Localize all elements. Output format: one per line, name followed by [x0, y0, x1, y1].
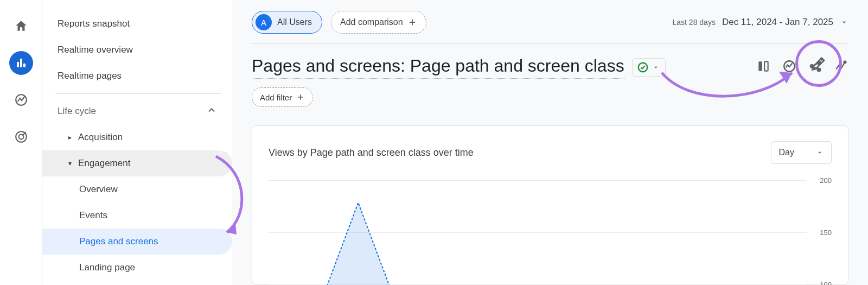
svg-rect-0	[17, 62, 19, 67]
nav-label: Overview	[79, 184, 118, 195]
sidebar-item-realtime-overview[interactable]: Realtime overview	[42, 37, 232, 63]
sidebar-group-life-cycle[interactable]: Life cycle	[42, 98, 232, 124]
main: A All Users Add comparison Last 28 days …	[232, 0, 868, 285]
segment-label: All Users	[277, 17, 312, 27]
explore-icon[interactable]	[9, 88, 33, 112]
sidebar: Reports snapshot Realtime overview Realt…	[42, 0, 232, 285]
chart-title: Views by Page path and screen class over…	[269, 147, 474, 159]
add-filter-label: Add filter	[260, 93, 292, 102]
plus-icon	[407, 17, 417, 27]
y-tick: 150	[820, 229, 832, 237]
sidebar-item-acquisition[interactable]: ▸ Acquisition	[42, 124, 232, 150]
date-range-picker[interactable]: Last 28 days Dec 11, 2024 - Jan 7, 2025	[673, 17, 848, 28]
group-label: Life cycle	[58, 106, 96, 117]
collapse-caret-icon: ▾	[68, 160, 78, 167]
page-title[interactable]: Pages and screens: Page path and screen …	[252, 56, 624, 79]
nav-label: Landing page	[79, 262, 135, 273]
chart-card: Views by Page path and screen class over…	[252, 125, 848, 285]
icon-rail	[0, 0, 42, 285]
segment-all-users[interactable]: A All Users	[252, 11, 322, 34]
divider	[55, 93, 221, 94]
svg-rect-2	[23, 64, 25, 67]
sidebar-item-reports-snapshot[interactable]: Reports snapshot	[42, 11, 232, 37]
sidebar-item-engagement[interactable]: ▾ Engagement	[42, 150, 232, 176]
nav-label: Acquisition	[78, 132, 123, 143]
period-select[interactable]: Day	[771, 141, 832, 164]
add-filter-button[interactable]: Add filter	[252, 87, 313, 107]
trend-icon[interactable]	[782, 59, 796, 75]
advertising-icon[interactable]	[9, 125, 33, 149]
nav-label: Events	[79, 210, 107, 221]
home-icon[interactable]	[9, 14, 33, 38]
nav-label: Realtime overview	[58, 45, 133, 55]
add-comparison-label: Add comparison	[340, 17, 403, 27]
svg-rect-7	[758, 61, 762, 71]
pencil-icon	[809, 54, 828, 73]
nav-label: Pages and screens	[79, 236, 158, 247]
edit-report-button[interactable]	[795, 40, 842, 87]
title-bar: Pages and screens: Page path and screen …	[252, 56, 848, 79]
sidebar-item-engagement-events[interactable]: Events	[42, 202, 232, 229]
chevron-down-icon	[652, 64, 660, 71]
compare-icon[interactable]	[756, 59, 770, 75]
date-range-value: Dec 11, 2024 - Jan 7, 2025	[722, 17, 833, 28]
svg-rect-1	[20, 59, 22, 67]
divider	[252, 43, 848, 44]
segment-badge: A	[256, 14, 272, 30]
nav-label: Reports snapshot	[58, 18, 130, 29]
date-range-label: Last 28 days	[673, 18, 716, 27]
sidebar-item-engagement-overview[interactable]: Overview	[42, 176, 232, 202]
status-chip[interactable]	[632, 58, 666, 77]
plus-icon	[296, 93, 305, 102]
chevron-up-icon	[206, 105, 217, 118]
y-tick: 200	[820, 176, 832, 185]
svg-rect-8	[764, 61, 768, 71]
check-circle-icon	[637, 61, 649, 73]
chart-svg	[269, 180, 807, 285]
period-value: Day	[779, 148, 794, 157]
expand-caret-icon: ▸	[68, 134, 78, 141]
sidebar-item-realtime-pages[interactable]: Realtime pages	[42, 63, 232, 89]
topbar: A All Users Add comparison Last 28 days …	[252, 11, 848, 34]
sidebar-item-landing-page[interactable]: Landing page	[42, 255, 232, 281]
chevron-down-icon	[816, 149, 824, 156]
chevron-down-icon	[840, 18, 848, 27]
add-comparison-button[interactable]: Add comparison	[331, 11, 426, 34]
filter-row: Add filter	[252, 87, 848, 107]
chart: 200 150 100	[269, 180, 832, 284]
y-tick: 100	[820, 281, 832, 286]
reports-icon[interactable]	[9, 51, 33, 75]
sidebar-item-pages-and-screens[interactable]: Pages and screens	[42, 229, 232, 255]
nav-label: Realtime pages	[58, 71, 122, 81]
nav-label: Engagement	[78, 158, 130, 169]
